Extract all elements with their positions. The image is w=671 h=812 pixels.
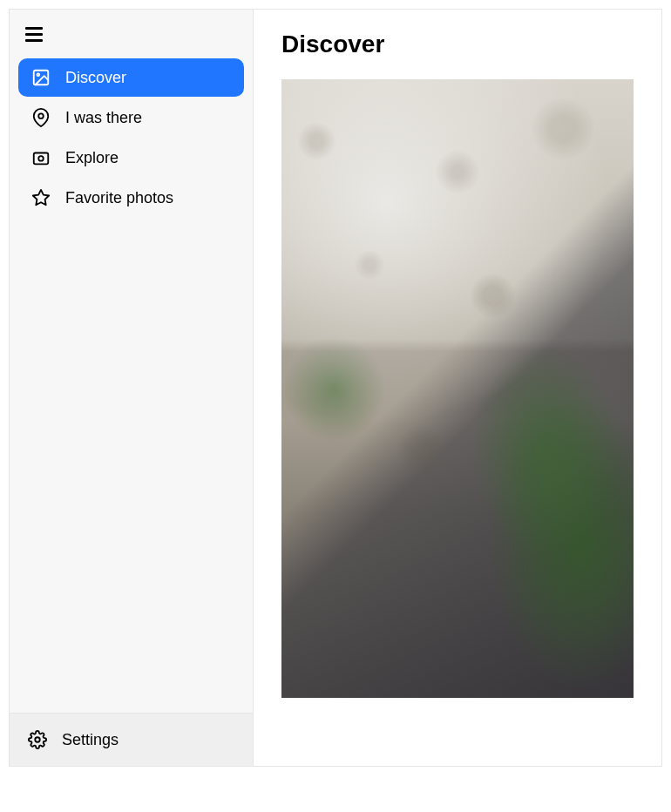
nav-item-label: Explore <box>65 149 119 167</box>
featured-photo[interactable] <box>281 79 634 698</box>
svg-marker-5 <box>33 190 49 205</box>
sidebar-header <box>10 10 253 51</box>
nav-item-discover[interactable]: Discover <box>18 58 244 97</box>
nav-item-i-was-there[interactable]: I was there <box>18 98 244 137</box>
sidebar-footer: Settings <box>10 713 253 766</box>
nav-item-label: I was there <box>65 109 142 127</box>
svg-point-1 <box>37 73 39 76</box>
photo-container <box>281 79 634 698</box>
settings-button[interactable]: Settings <box>10 714 253 766</box>
svg-point-4 <box>38 156 44 161</box>
nav-item-explore[interactable]: Explore <box>18 139 244 177</box>
gear-icon <box>27 729 48 750</box>
page-title: Discover <box>281 30 634 58</box>
settings-label: Settings <box>62 731 119 749</box>
svg-point-2 <box>38 113 44 118</box>
hamburger-menu-button[interactable] <box>25 24 46 44</box>
nav-list: Discover I was there E <box>10 51 253 713</box>
map-pin-icon <box>30 107 51 128</box>
image-icon <box>30 67 51 88</box>
star-icon <box>30 187 51 208</box>
nav-item-favorite-photos[interactable]: Favorite photos <box>18 179 244 217</box>
nav-item-label: Favorite photos <box>65 189 173 207</box>
main-content: Discover <box>254 10 661 766</box>
svg-rect-3 <box>34 153 49 165</box>
app-container: Discover I was there E <box>9 9 662 767</box>
sidebar: Discover I was there E <box>10 10 254 766</box>
camera-icon <box>30 147 51 168</box>
nav-item-label: Discover <box>65 69 126 87</box>
svg-point-6 <box>35 737 40 742</box>
